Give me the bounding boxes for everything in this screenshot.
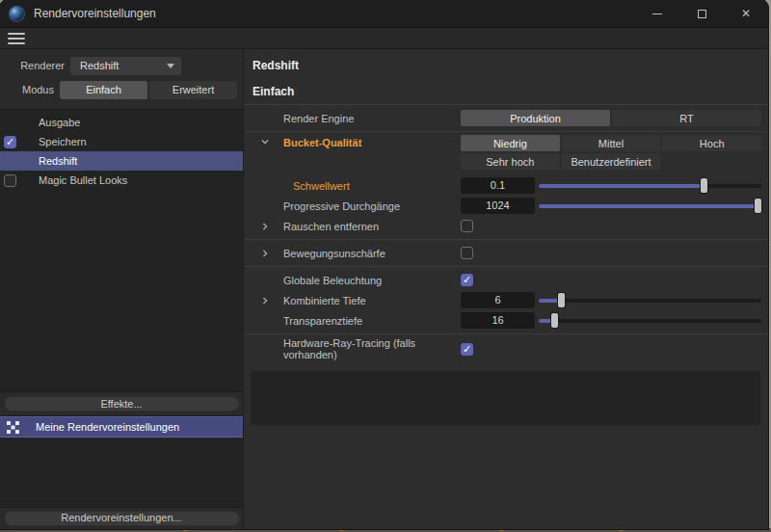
sidebar-item-ausgabe[interactable]: Ausgabe — [0, 113, 243, 132]
modus-segmented-control: Einfach Erweitert — [60, 81, 237, 99]
bewegungsunschaerfe-label: Bewegungsunschärfe — [283, 248, 386, 259]
renderer-dropdown[interactable]: Redshift — [70, 57, 181, 75]
cinema4d-logo-icon — [9, 6, 25, 22]
slider-handle[interactable] — [558, 293, 565, 307]
sidebar-header: Renderer Redshift Modus Einfach Erweiter… — [0, 49, 243, 109]
schwellwert-field[interactable]: 0.1 — [461, 177, 535, 194]
close-button[interactable]: ✕ — [724, 0, 768, 27]
divider — [244, 239, 768, 240]
desktop-speck — [619, 529, 624, 531]
maximize-button[interactable] — [679, 0, 724, 27]
render-engine-rt-button[interactable]: RT — [612, 110, 761, 126]
hardware-ray-tracing-checkbox[interactable] — [461, 343, 473, 356]
sidebar-item-label: Redshift — [39, 155, 77, 167]
modus-erweitert-button[interactable]: Erweitert — [149, 81, 237, 99]
panel-heading: Redshift — [253, 59, 761, 72]
transparenztiefe-field[interactable]: 16 — [461, 312, 535, 329]
maximize-icon — [698, 10, 706, 18]
slider-handle[interactable] — [551, 313, 558, 328]
divider — [244, 333, 768, 334]
rauschen-entfernen-label: Rauschen entfernen — [283, 221, 379, 232]
bewegungsunschaerfe-collapse-icon[interactable] — [260, 249, 270, 258]
preview-panel — [251, 371, 760, 425]
sidebar-item-label: Speichern — [39, 136, 87, 147]
hardware-ray-tracing-label: Hardware-Ray-Tracing (falls vorhanden) — [283, 337, 415, 360]
transparenztiefe-label: Transparenztiefe — [283, 315, 362, 327]
rauschen-entfernen-checkbox[interactable] — [461, 220, 473, 232]
menu-icon[interactable] — [8, 33, 25, 44]
kombinierte-tiefe-collapse-icon[interactable] — [260, 296, 270, 306]
desktop-speck — [183, 529, 188, 531]
preset-item-meine-rendervoreinstellungen[interactable]: Meine Rendervoreinstellungen — [0, 416, 243, 438]
magic-bullet-checkbox[interactable] — [4, 174, 16, 187]
preset-list: Meine Rendervoreinstellungen — [0, 415, 243, 508]
window-title: Rendervoreinstellungen — [34, 7, 156, 20]
slider-handle[interactable] — [701, 178, 707, 193]
renderer-label: Renderer — [0, 60, 70, 71]
slider-handle[interactable] — [755, 199, 761, 213]
schwellwert-label: Schwellwert — [293, 180, 350, 192]
globale-beleuchtung-label: Globale Beleuchtung — [283, 275, 382, 286]
divider — [244, 104, 768, 105]
sidebar-item-label: Ausgabe — [39, 117, 80, 128]
bucket-qualitaet-collapse-icon[interactable] — [260, 137, 270, 146]
sidebar: Renderer Redshift Modus Einfach Erweiter… — [0, 49, 244, 528]
render-engine-produktion-button[interactable]: Produktion — [461, 110, 610, 126]
kombinierte-tiefe-field[interactable]: 6 — [461, 292, 535, 308]
sidebar-item-magic-bullet-looks[interactable]: Magic Bullet Looks — [0, 171, 243, 190]
bucket-mittel-button[interactable]: Mittel — [562, 135, 661, 151]
settings-category-list: Ausgabe Speichern Redshift Magic Bullet … — [0, 109, 243, 392]
bucket-hoch-button[interactable]: Hoch — [662, 135, 761, 151]
effects-button-bar: Effekte... — [0, 392, 243, 415]
progressive-durchgaenge-slider[interactable] — [539, 199, 761, 213]
render-engine-label: Render Engine — [283, 113, 354, 124]
chevron-down-icon — [167, 64, 174, 68]
kombinierte-tiefe-label: Kombinierte Tiefe — [283, 295, 366, 306]
modus-label: Modus — [0, 84, 60, 95]
effekte-button[interactable]: Effekte... — [4, 396, 240, 412]
divider — [244, 131, 768, 132]
panel-subheading: Einfach — [253, 85, 761, 98]
bucket-niedrig-button[interactable]: Niedrig — [461, 135, 560, 151]
progressive-durchgaenge-label: Progressive Durchgänge — [283, 200, 400, 212]
sidebar-item-label: Magic Bullet Looks — [39, 174, 127, 186]
progressive-durchgaenge-field[interactable]: 1024 — [461, 198, 535, 214]
bucket-benutzerdefiniert-button[interactable]: Benutzerdefiniert — [562, 153, 661, 170]
settings-panel: Redshift Einfach Render Engine Produktio… — [244, 49, 768, 528]
desktop-speck — [499, 529, 504, 531]
sidebar-item-speichern[interactable]: Speichern — [0, 132, 243, 151]
titlebar: Rendervoreinstellungen ✕ — [0, 0, 768, 27]
bucket-qualitaet-label: Bucket-Qualität — [283, 137, 361, 148]
bucket-sehr-hoch-button[interactable]: Sehr hoch — [461, 153, 560, 170]
minimize-icon — [652, 13, 662, 14]
kombinierte-tiefe-slider[interactable] — [539, 293, 761, 307]
speichern-checkbox[interactable] — [4, 136, 16, 148]
rauschen-entfernen-collapse-icon[interactable] — [260, 222, 270, 231]
globale-beleuchtung-checkbox[interactable] — [461, 274, 473, 286]
menubar — [0, 27, 768, 49]
render-settings-window: Rendervoreinstellungen ✕ Renderer Redshi… — [0, 0, 768, 529]
bewegungsunschaerfe-checkbox[interactable] — [461, 247, 473, 259]
window-controls: ✕ — [635, 0, 768, 27]
presets-button-bar: Rendervoreinstellungen... — [0, 508, 243, 528]
divider — [244, 266, 768, 267]
sidebar-item-redshift[interactable]: Redshift — [0, 151, 243, 171]
minimize-button[interactable] — [635, 0, 679, 27]
render-preset-icon — [7, 421, 19, 434]
schwellwert-slider[interactable] — [539, 178, 761, 193]
modus-einfach-button[interactable]: Einfach — [60, 81, 147, 99]
rendervoreinstellungen-button[interactable]: Rendervoreinstellungen... — [4, 511, 240, 526]
transparenztiefe-slider[interactable] — [539, 313, 761, 328]
preset-label: Meine Rendervoreinstellungen — [36, 421, 179, 433]
renderer-dropdown-value: Redshift — [80, 60, 119, 71]
desktop-speck — [339, 529, 344, 531]
